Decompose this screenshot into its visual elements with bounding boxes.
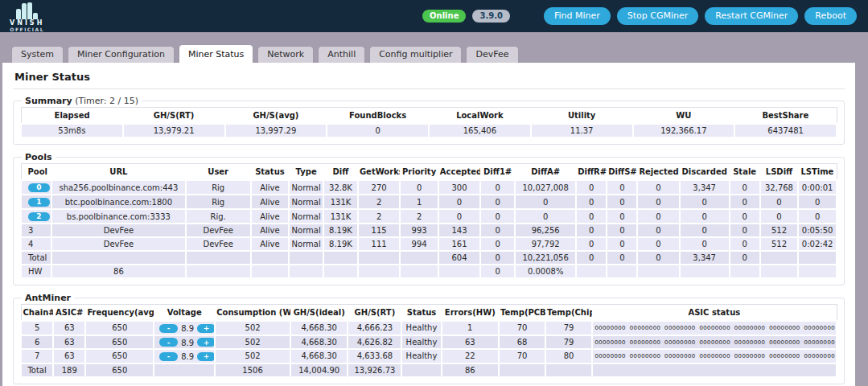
table-cell: 650 — [85, 321, 154, 335]
column-header: DiffS# — [607, 164, 637, 181]
table-cell: oooooooo oooooooo oooooooo oooooooo oooo… — [592, 335, 837, 350]
tab-anthill[interactable]: Anthill — [318, 46, 365, 63]
table-cell: btc.poolbinance.com:1800 — [51, 195, 186, 209]
table-cell: 32.8K — [323, 180, 358, 195]
table-cell: Normal — [289, 180, 323, 195]
table-row: 563650-8.9+5024,668.304,666.23Healthy170… — [21, 321, 837, 335]
table-row: 3DevFeeDevFeeAliveNormal8.19K11599314309… — [21, 224, 837, 237]
table-cell — [401, 363, 441, 377]
pools-legend-label: Pools — [25, 152, 52, 162]
tab-network[interactable]: Network — [257, 46, 314, 63]
table-cell — [576, 265, 607, 278]
table-cell — [323, 251, 358, 265]
table-cell: 0 — [798, 195, 837, 209]
table-cell: 13,997.29 — [225, 124, 327, 138]
table-cell: 131K — [323, 195, 358, 209]
table-cell: 115 — [358, 224, 400, 237]
table-cell: 0 — [576, 224, 607, 237]
tab-devfee[interactable]: DevFee — [466, 46, 518, 63]
table-cell: 2 — [21, 209, 51, 224]
reboot-button[interactable]: Reboot — [804, 7, 857, 25]
table-cell — [186, 251, 251, 265]
table-cell: 4,633.68 — [348, 349, 401, 363]
table-cell — [358, 251, 400, 265]
table-cell: Rig — [186, 195, 251, 209]
find-miner-button[interactable]: Find Miner — [544, 7, 611, 25]
table-cell: 0 — [438, 209, 480, 224]
table-cell — [154, 363, 215, 377]
column-header: Accepted — [438, 164, 480, 181]
table-cell: 0 — [21, 180, 51, 195]
table-cell: 502 — [215, 349, 290, 363]
table-cell: 0:05:50 — [798, 224, 837, 237]
table-cell: 0.0008% — [515, 265, 576, 278]
pool-id-badge: 2 — [28, 212, 50, 221]
tab-system[interactable]: System — [11, 46, 64, 63]
column-header: LSTime — [798, 164, 837, 181]
main-content: Miner Status Summary (Timer: 2 / 15) Ela… — [2, 63, 855, 386]
table-cell: 63 — [53, 321, 85, 335]
column-header: Consumption (W) — [215, 305, 290, 322]
table-cell: 0 — [730, 224, 760, 237]
table-cell: 0 — [607, 180, 637, 195]
tab-config-multiplier[interactable]: Config multiplier — [369, 46, 462, 63]
table-cell: 68 — [499, 335, 545, 350]
voltage-increase-button[interactable]: + — [197, 352, 215, 361]
column-header: Stale — [730, 164, 760, 181]
page-title: Miner Status — [13, 68, 845, 89]
table-cell — [289, 265, 323, 278]
stop-cgminer-button[interactable]: Stop CGMiner — [617, 7, 699, 25]
table-cell: Healthy — [401, 335, 441, 350]
table-cell: 63 — [53, 335, 85, 350]
table-cell: 0 — [576, 195, 607, 209]
online-status-badge: Online — [422, 10, 466, 23]
voltage-increase-button[interactable]: + — [197, 338, 215, 347]
table-cell: 650 — [85, 363, 154, 377]
table-cell: 0 — [576, 180, 607, 195]
restart-cgminer-button[interactable]: Restart CGMiner — [705, 7, 798, 25]
table-cell: 0 — [730, 209, 760, 224]
vnish-logo: VNISH OFFICIAL — [10, 1, 44, 32]
table-cell: 0 — [607, 237, 637, 251]
tab-miner-status[interactable]: Miner Status — [179, 44, 253, 63]
table-cell: 4,668.30 — [290, 349, 348, 363]
column-header: ASIC status — [592, 305, 837, 322]
table-cell: 96,256 — [515, 224, 576, 237]
table-cell: Alive — [251, 180, 290, 195]
table-cell: 7 — [21, 349, 53, 363]
table-cell: 1 — [442, 321, 499, 335]
table-cell: 0 — [515, 209, 576, 224]
column-header: Chain# — [21, 305, 53, 322]
summary-header-row: ElapsedGH/S(RT)GH/S(avg)FoundBlocksLocal… — [21, 108, 837, 125]
table-cell: Alive — [251, 209, 290, 224]
voltage-decrease-button[interactable]: - — [159, 352, 178, 361]
table-cell: 0 — [680, 237, 730, 251]
table-cell: 22 — [442, 349, 499, 363]
table-cell — [592, 363, 837, 377]
vnish-bars-icon — [16, 2, 38, 19]
table-cell: 512 — [760, 237, 799, 251]
table-cell: 2 — [400, 209, 438, 224]
table-cell: 650 — [85, 335, 154, 350]
table-cell — [289, 251, 323, 265]
table-cell: 5 — [21, 321, 53, 335]
table-cell: 0 — [480, 195, 515, 209]
column-header: GH/S(RT) — [348, 305, 401, 322]
voltage-decrease-button[interactable]: - — [159, 324, 178, 333]
table-cell: Total — [21, 251, 51, 265]
table-cell: 11.37 — [531, 124, 633, 138]
table-cell: 2 — [358, 209, 400, 224]
summary-timer: (Timer: 2 / 15) — [75, 96, 138, 106]
table-cell — [323, 265, 358, 278]
voltage-increase-button[interactable]: + — [197, 324, 215, 333]
voltage-decrease-button[interactable]: - — [159, 338, 178, 347]
table-cell: 13,926.73 — [348, 363, 401, 377]
pools-section: Pools PoolURLUserStatusTypeDiffGetWorksP… — [13, 152, 845, 285]
pools-table: PoolURLUserStatusTypeDiffGetWorksPriorit… — [20, 163, 837, 279]
table-row: 0sha256.poolbinance.com:443RigAliveNorma… — [21, 180, 837, 195]
column-header: GH/S(RT) — [123, 108, 225, 125]
table-cell: Rig. — [186, 209, 251, 224]
table-cell: 502 — [215, 335, 290, 350]
tab-miner-configuration[interactable]: Miner Configuration — [68, 46, 175, 63]
table-cell: 604 — [438, 251, 480, 265]
